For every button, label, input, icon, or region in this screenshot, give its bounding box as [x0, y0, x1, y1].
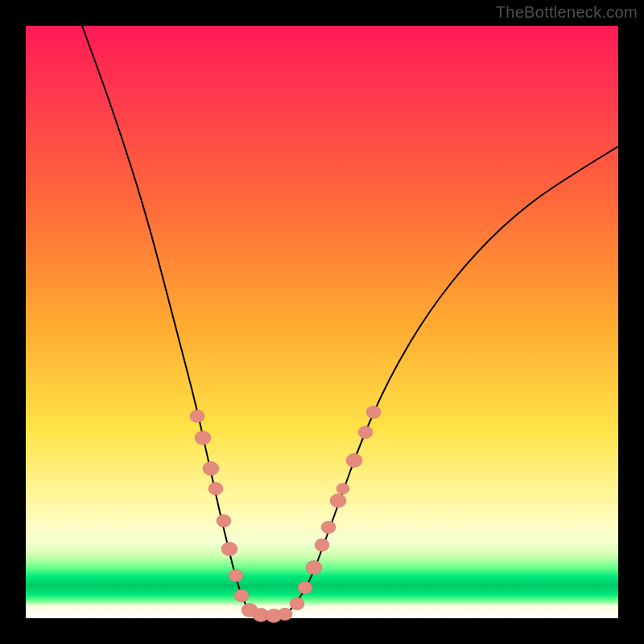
bead-marker [366, 406, 381, 418]
bead-marker [195, 431, 211, 445]
bead-marker [306, 561, 322, 575]
bead-marker [358, 426, 373, 438]
bead-marker [217, 514, 231, 526]
bead-marker [330, 494, 346, 508]
bead-marker [336, 483, 349, 494]
bead-marker [321, 521, 336, 533]
bead-marker [290, 597, 304, 609]
watermark-text: TheBottleneck.com [496, 3, 638, 22]
bead-marker [208, 482, 223, 494]
bead-marker [346, 454, 362, 468]
curve-layer [26, 26, 618, 618]
bead-marker [315, 539, 329, 551]
bead-marker [221, 543, 237, 556]
right-curve-line [285, 147, 618, 616]
chart-frame: TheBottleneck.com [0, 0, 644, 644]
bead-marker [229, 569, 243, 581]
bead-marker [234, 589, 249, 601]
bead-group [190, 406, 381, 622]
left-curve-line [82, 26, 253, 616]
bead-marker [278, 608, 292, 620]
bead-marker [203, 462, 219, 476]
bead-marker [190, 410, 204, 422]
plot-area [26, 26, 618, 618]
bead-marker [298, 581, 312, 593]
